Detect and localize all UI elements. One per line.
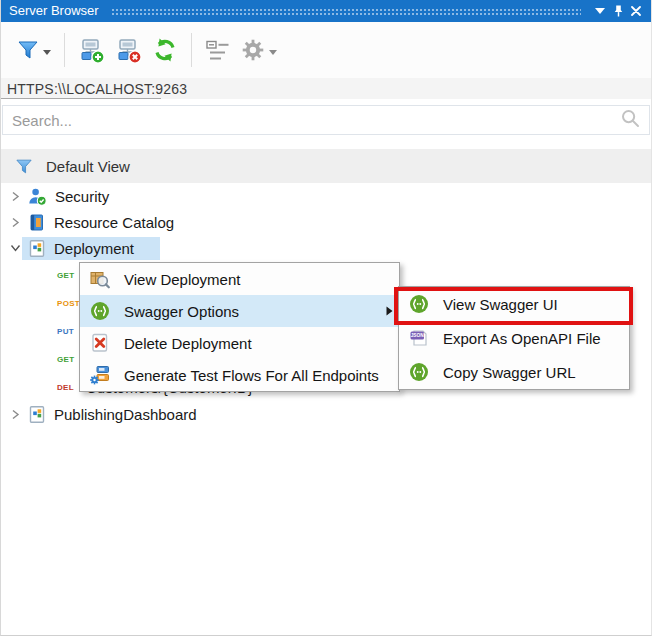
swagger-icon: [409, 294, 429, 314]
add-server-button[interactable]: [73, 32, 110, 68]
filter-button[interactable]: [11, 32, 56, 68]
swagger-icon: [90, 301, 110, 321]
view-header-label: Default View: [46, 158, 130, 175]
delete-icon: [90, 333, 110, 353]
security-icon: [28, 187, 47, 206]
svg-text:JSON: JSON: [411, 333, 425, 338]
search-box: [2, 105, 650, 135]
menu-item-generate-test-flows[interactable]: Generate Test Flows For All Endpoints: [80, 359, 399, 391]
resource-catalog-icon: [28, 213, 46, 232]
tree-node-label: Resource Catalog: [54, 214, 174, 231]
titlebar: Server Browser: [1, 0, 651, 22]
tree-node-security[interactable]: Security: [1, 183, 651, 209]
chevron-right-icon[interactable]: [10, 191, 22, 202]
swagger-submenu: View Swagger UI JSON Export As OpenAPI F…: [398, 286, 630, 390]
remove-server-button[interactable]: [110, 32, 147, 68]
json-file-icon: JSON: [409, 328, 429, 348]
menu-item-copy-swagger-url[interactable]: Copy Swagger URL: [399, 355, 629, 389]
tree-node-label: Security: [55, 188, 109, 205]
menu-item-delete-deployment[interactable]: Delete Deployment: [80, 327, 399, 359]
menu-item-label: Swagger Options: [124, 303, 239, 320]
server-url: HTTPS:\\LOCALHOST:9263: [7, 81, 187, 97]
generate-test-flows-icon: [90, 365, 110, 385]
toolbar-separator: [191, 33, 192, 67]
http-method-badge: PUT: [57, 327, 79, 336]
http-method-badge: POST: [57, 299, 79, 308]
filter-icon: [16, 38, 40, 62]
tree-node-label: PublishingDashboard: [54, 406, 197, 423]
deployment-icon: [28, 239, 46, 258]
remove-server-icon: [115, 37, 142, 64]
menu-item-label: View Deployment: [124, 271, 240, 288]
menu-item-label: Generate Test Flows For All Endpoints: [124, 367, 379, 384]
http-method-badge: GET: [57, 271, 79, 280]
settings-dropdown-caret-icon[interactable]: [269, 41, 277, 59]
refresh-button[interactable]: [147, 32, 183, 68]
menu-item-label: View Swagger UI: [443, 296, 558, 313]
view-filter-icon: [14, 157, 34, 176]
tree-view-button[interactable]: [200, 32, 235, 68]
tree-node-publishing-dashboard[interactable]: PublishingDashboard: [1, 401, 651, 427]
selected-node-highlight[interactable]: Deployment: [22, 237, 160, 260]
http-method-badge: DEL: [57, 383, 79, 392]
server-url-row[interactable]: HTTPS:\\LOCALHOST:9263: [1, 78, 651, 99]
context-menu: View Deployment Swagger Options: [79, 262, 400, 392]
server-browser-panel: Server Browser: [0, 0, 652, 636]
menu-item-label: Delete Deployment: [124, 335, 252, 352]
chevron-down-icon[interactable]: [10, 243, 22, 253]
tree-node-label: Deployment: [54, 240, 134, 257]
chevron-right-icon[interactable]: [10, 217, 22, 228]
menu-item-label: Export As OpenAPI File: [443, 330, 601, 347]
toolbar: [1, 22, 651, 78]
swagger-icon: [409, 362, 429, 382]
view-header[interactable]: Default View: [1, 149, 651, 183]
refresh-icon: [152, 37, 178, 63]
tree-view-icon: [205, 38, 230, 63]
tree-node-deployment[interactable]: Deployment: [1, 235, 651, 261]
menu-item-view-deployment[interactable]: View Deployment: [80, 263, 399, 295]
panel-title: Server Browser: [9, 0, 99, 22]
menu-item-label: Copy Swagger URL: [443, 364, 576, 381]
tree-node-resource-catalog[interactable]: Resource Catalog: [1, 209, 651, 235]
pin-icon[interactable]: [609, 2, 627, 20]
http-method-badge: GET: [57, 355, 79, 364]
filter-dropdown-caret-icon[interactable]: [43, 41, 51, 59]
add-server-icon: [78, 37, 105, 64]
search-icon[interactable]: [621, 109, 640, 132]
close-icon[interactable]: [627, 2, 645, 20]
dashboard-icon: [28, 405, 46, 424]
drag-handle-dots[interactable]: [111, 8, 581, 17]
toolbar-separator: [64, 33, 65, 67]
gear-icon: [240, 37, 266, 63]
menu-item-swagger-options[interactable]: Swagger Options: [80, 295, 399, 327]
menu-item-view-swagger-ui[interactable]: View Swagger UI: [399, 287, 629, 321]
submenu-arrow-icon: [386, 306, 393, 316]
search-input[interactable]: [3, 112, 621, 129]
view-deployment-icon: [90, 269, 110, 289]
settings-button[interactable]: [235, 32, 282, 68]
chevron-right-icon[interactable]: [10, 409, 22, 420]
window-menu-chevron-icon[interactable]: [591, 2, 609, 20]
menu-item-export-openapi[interactable]: JSON Export As OpenAPI File: [399, 321, 629, 355]
